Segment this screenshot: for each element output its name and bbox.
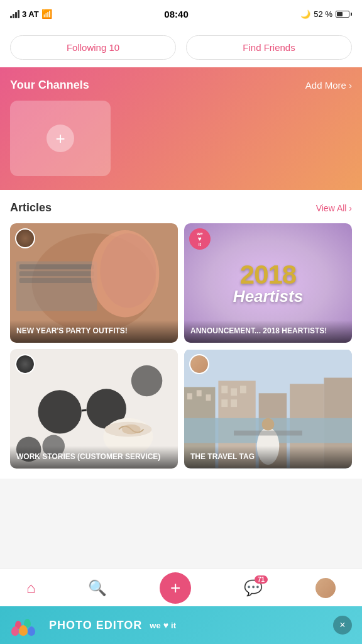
article-3-avatar — [15, 354, 35, 374]
article-card-3[interactable]: WORK STORIES (CUSTOMER SERVICE) — [10, 349, 178, 469]
home-icon: ⌂ — [26, 579, 36, 597]
svg-rect-29 — [231, 399, 237, 407]
following-button[interactable]: Following 10 — [10, 35, 176, 60]
banner-content: PHOTO EDITOR we ♥ it — [10, 611, 176, 639]
articles-title: Articles — [10, 201, 52, 214]
status-left: 3 AT 📶 — [10, 9, 52, 19]
channel-add-card[interactable]: + — [10, 101, 111, 176]
search-icon: 🔍 — [88, 579, 107, 597]
svg-rect-28 — [221, 399, 228, 407]
article-4-overlay: THE TRAVEL TAG — [184, 446, 352, 469]
svg-point-7 — [100, 233, 156, 308]
svg-rect-26 — [231, 388, 237, 396]
article-2-heartists: Heartists — [233, 288, 303, 304]
article-card-1[interactable]: NEW YEAR'S PARTY OUTFITS! — [10, 223, 178, 343]
it-text: it — [199, 242, 201, 247]
articles-section: Articles View All › — [0, 190, 362, 479]
svg-point-35 — [262, 418, 275, 431]
svg-rect-21 — [187, 393, 192, 399]
channels-section: Your Channels Add More › + — [0, 67, 362, 190]
articles-grid: NEW YEAR'S PARTY OUTFITS! 2018 Heartists… — [10, 223, 352, 469]
article-1-label: NEW YEAR'S PARTY OUTFITS! — [16, 326, 172, 336]
profile-avatar — [315, 578, 336, 598]
top-nav: Following 10 Find Friends — [0, 28, 362, 67]
we-heart-badge: we ♥ it — [189, 228, 211, 250]
banner-close-button[interactable]: × — [333, 616, 352, 635]
heart-icon: ♥ — [198, 236, 202, 242]
svg-rect-25 — [221, 386, 228, 393]
article-card-2[interactable]: 2018 Heartists we ♥ it ANNOUNCEMENT... 2… — [184, 223, 352, 343]
nav-profile[interactable] — [315, 578, 336, 598]
banner-logo-it: it — [171, 621, 176, 630]
svg-rect-3 — [19, 264, 94, 269]
carrier-label: 3 AT — [22, 9, 39, 19]
article-1-avatar — [15, 228, 35, 248]
banner-balloons — [10, 611, 41, 639]
banner-text: PHOTO EDITOR — [49, 619, 142, 632]
svg-rect-23 — [206, 394, 211, 401]
articles-header: Articles View All › — [10, 201, 352, 214]
article-3-label: WORK STORIES (CUSTOMER SERVICE) — [16, 452, 172, 462]
banner-logo: we ♥ it — [150, 620, 176, 630]
svg-rect-36 — [234, 431, 302, 436]
channel-plus-icon: + — [47, 125, 74, 152]
channels-header: Your Channels Add More › — [10, 79, 352, 92]
banner-logo-we: we — [150, 621, 160, 630]
battery-icon — [336, 11, 352, 18]
svg-rect-27 — [240, 386, 246, 393]
signal-icon — [10, 9, 19, 18]
moon-icon: 🌙 — [300, 9, 310, 19]
article-3-overlay: WORK STORIES (CUSTOMER SERVICE) — [10, 446, 178, 469]
status-bar: 3 AT 📶 08:40 🌙 52 % — [0, 0, 362, 28]
svg-rect-5 — [19, 278, 94, 283]
article-4-avatar — [189, 354, 209, 374]
svg-point-9 — [38, 390, 82, 433]
view-all-button[interactable]: View All › — [316, 203, 352, 213]
nav-home[interactable]: ⌂ — [26, 579, 36, 597]
chat-badge: 71 — [255, 575, 268, 584]
bottom-nav: ⌂ 🔍 + 💬 71 — [0, 569, 362, 606]
time-label: 08:40 — [164, 9, 188, 19]
wifi-icon: 📶 — [41, 9, 52, 19]
article-1-overlay: NEW YEAR'S PARTY OUTFITS! — [10, 320, 178, 343]
svg-rect-4 — [19, 271, 94, 276]
article-card-4[interactable]: THE TRAVEL TAG — [184, 349, 352, 469]
nav-add-button[interactable]: + — [160, 572, 191, 604]
find-friends-button[interactable]: Find Friends — [186, 35, 352, 60]
svg-point-14 — [122, 425, 141, 435]
nav-search[interactable]: 🔍 — [88, 579, 107, 597]
channels-title: Your Channels — [10, 79, 89, 92]
svg-line-11 — [82, 410, 87, 411]
article-4-label: THE TRAVEL TAG — [190, 452, 346, 462]
status-right: 🌙 52 % — [300, 9, 352, 19]
add-more-button[interactable]: Add More › — [305, 80, 352, 91]
article-2-overlay: ANNOUNCEMENT... 2018 HEARTISTS! — [184, 320, 352, 343]
svg-rect-22 — [197, 390, 202, 396]
svg-point-17 — [131, 365, 162, 396]
article-2-year: 2018 — [240, 262, 296, 288]
article-2-label: ANNOUNCEMENT... 2018 HEARTISTS! — [190, 326, 346, 336]
banner-logo-heart: ♥ — [163, 620, 168, 630]
battery-percent: 52 % — [314, 9, 332, 19]
banner-ad[interactable]: PHOTO EDITOR we ♥ it × — [0, 606, 362, 644]
nav-chat[interactable]: 💬 71 — [244, 579, 263, 597]
